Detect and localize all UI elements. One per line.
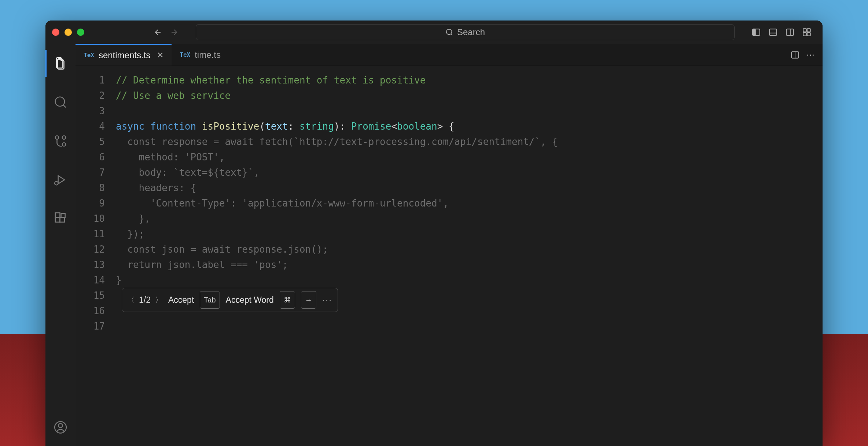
toggle-primary-sidebar-icon[interactable]: [751, 27, 761, 37]
accept-suggestion-button[interactable]: Accept: [168, 292, 194, 308]
svg-rect-3: [769, 29, 777, 35]
svg-point-12: [55, 136, 59, 140]
toggle-panel-icon[interactable]: [768, 27, 778, 37]
nav-back-button[interactable]: [153, 27, 163, 37]
search-placeholder: Search: [457, 27, 485, 37]
svg-rect-17: [55, 218, 60, 222]
inline-suggestion-toolbar: 〈 1/2 〉 Accept Tab Accept Word ⌘ → ···: [122, 288, 338, 312]
command-center-search[interactable]: Search: [196, 24, 735, 40]
nav-forward-button[interactable]: [169, 27, 179, 37]
next-suggestion-button[interactable]: 〉: [155, 292, 162, 308]
tab-sentiments[interactable]: TeX sentiments.ts ✕: [76, 44, 172, 66]
accept-word-button[interactable]: Accept Word: [226, 292, 274, 308]
explorer-icon[interactable]: [45, 50, 76, 77]
tab-label: time.ts: [195, 50, 221, 60]
editor-group: TeX sentiments.ts ✕ TeX time.ts ⋯ 123456…: [76, 44, 823, 446]
code-editor[interactable]: 1234567891011121314151617 // Determine w…: [76, 66, 823, 446]
accounts-icon[interactable]: [45, 414, 76, 441]
prev-suggestion-button[interactable]: 〈: [127, 292, 135, 308]
close-tab-icon[interactable]: ✕: [157, 51, 163, 60]
titlebar: Search: [45, 21, 823, 44]
svg-point-14: [62, 136, 66, 140]
svg-marker-15: [58, 176, 65, 184]
svg-rect-2: [753, 29, 755, 35]
vscode-window: Search: [45, 21, 823, 446]
layout-controls: [751, 27, 812, 37]
accept-key-hint: Tab: [200, 291, 220, 309]
tab-bar: TeX sentiments.ts ✕ TeX time.ts ⋯: [76, 44, 823, 66]
svg-point-16: [55, 182, 58, 185]
maximize-window-button[interactable]: [77, 29, 84, 36]
svg-rect-18: [60, 218, 65, 222]
svg-rect-9: [803, 33, 806, 36]
suggestion-counter: 1/2: [139, 292, 151, 308]
source-control-icon[interactable]: [45, 127, 76, 155]
svg-rect-20: [61, 213, 65, 218]
search-activity-icon[interactable]: [45, 89, 76, 116]
svg-point-11: [55, 97, 65, 106]
body: TeX sentiments.ts ✕ TeX time.ts ⋯ 123456…: [45, 44, 823, 446]
svg-point-13: [62, 143, 66, 146]
accept-word-key-cmd: ⌘: [280, 291, 295, 309]
svg-rect-7: [803, 29, 806, 32]
minimize-window-button[interactable]: [65, 29, 72, 36]
file-type-icon: TeX: [180, 51, 190, 58]
code-content: // Determine whether the sentiment of te…: [116, 73, 823, 446]
tab-label: sentiments.ts: [99, 50, 150, 60]
toggle-secondary-sidebar-icon[interactable]: [785, 27, 795, 37]
customize-layout-icon[interactable]: [802, 27, 812, 37]
search-icon: [445, 28, 453, 36]
tab-actions: ⋯: [790, 44, 823, 66]
tab-time[interactable]: TeX time.ts: [172, 44, 229, 66]
traffic-lights: [52, 29, 84, 36]
activity-bar: [45, 44, 76, 446]
nav-arrows: [153, 27, 179, 37]
suggestion-more-icon[interactable]: ···: [322, 292, 332, 308]
svg-rect-8: [807, 29, 810, 32]
svg-rect-10: [807, 33, 810, 36]
line-gutter: 1234567891011121314151617: [76, 73, 116, 446]
run-debug-icon[interactable]: [45, 166, 76, 193]
svg-point-22: [58, 424, 62, 428]
accept-word-key-arrow: →: [301, 291, 316, 309]
close-window-button[interactable]: [52, 29, 59, 36]
split-editor-icon[interactable]: [790, 50, 800, 60]
file-type-icon: TeX: [84, 52, 94, 59]
svg-rect-5: [786, 29, 794, 35]
more-actions-icon[interactable]: ⋯: [806, 50, 814, 60]
svg-rect-19: [55, 213, 60, 218]
svg-point-0: [446, 29, 452, 35]
extensions-icon[interactable]: [45, 205, 76, 232]
